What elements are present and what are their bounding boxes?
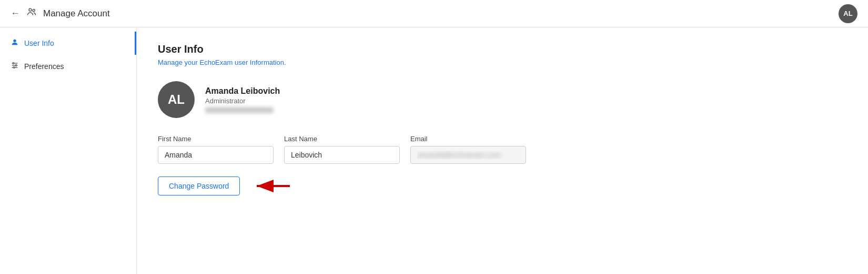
user-avatar-header[interactable]: AL bbox=[839, 4, 857, 23]
svg-point-2 bbox=[13, 40, 16, 42]
user-card: AL Amanda Leibovich Administrator bbox=[158, 81, 847, 118]
user-role: Administrator bbox=[205, 97, 280, 105]
email-label: Email bbox=[410, 135, 526, 143]
last-name-group: Last Name bbox=[284, 135, 400, 164]
header-left: ← Manage Account bbox=[11, 7, 110, 20]
email-group: Email bbox=[410, 135, 526, 164]
first-name-label: First Name bbox=[158, 135, 274, 143]
user-avatar-main: AL bbox=[158, 81, 195, 118]
user-name: Amanda Leibovich bbox=[205, 86, 280, 96]
change-password-row: Change Password bbox=[158, 177, 847, 195]
layout: User Info Preferences User Info Manage y… bbox=[0, 27, 868, 274]
main-content: User Info Manage your EchoExam user Info… bbox=[137, 27, 868, 274]
svg-point-1 bbox=[33, 9, 35, 12]
svg-point-6 bbox=[13, 63, 14, 64]
arrow-annotation bbox=[250, 177, 292, 195]
sidebar-item-user-info[interactable]: User Info bbox=[0, 32, 136, 55]
last-name-label: Last Name bbox=[284, 135, 400, 143]
email-input[interactable] bbox=[410, 146, 526, 164]
sidebar-label-preferences: Preferences bbox=[24, 62, 64, 71]
header: ← Manage Account AL bbox=[0, 0, 868, 27]
change-password-button[interactable]: Change Password bbox=[158, 177, 240, 195]
back-button[interactable]: ← bbox=[11, 8, 20, 19]
user-email-blurred bbox=[205, 107, 274, 113]
svg-point-8 bbox=[13, 67, 15, 68]
header-title: Manage Account bbox=[43, 8, 110, 19]
sidebar-label-user-info: User Info bbox=[24, 39, 54, 47]
svg-point-0 bbox=[29, 8, 32, 11]
page-title: User Info bbox=[158, 43, 847, 55]
form-row: First Name Last Name Email bbox=[158, 135, 847, 164]
first-name-group: First Name bbox=[158, 135, 274, 164]
sidebar-item-preferences[interactable]: Preferences bbox=[0, 55, 136, 78]
sliders-icon bbox=[11, 61, 19, 72]
svg-point-7 bbox=[15, 65, 17, 66]
user-details: Amanda Leibovich Administrator bbox=[205, 86, 280, 113]
person-icon bbox=[11, 38, 19, 48]
manage-account-icon bbox=[26, 7, 37, 20]
sidebar: User Info Preferences bbox=[0, 27, 137, 274]
last-name-input[interactable] bbox=[284, 146, 400, 164]
arrow-icon bbox=[250, 177, 292, 195]
first-name-input[interactable] bbox=[158, 146, 274, 164]
page-subtitle: Manage your EchoExam user Information. bbox=[158, 58, 847, 66]
